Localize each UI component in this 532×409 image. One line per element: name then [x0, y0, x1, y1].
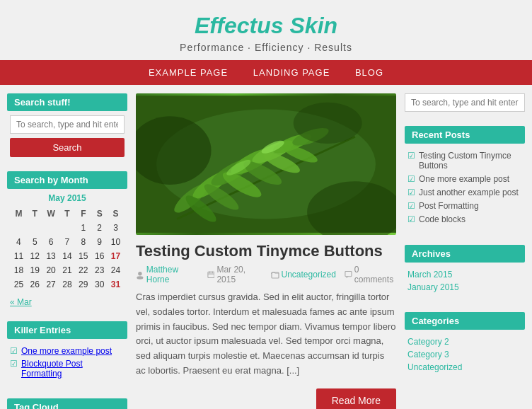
site-title: Effectus Skin — [0, 13, 532, 39]
list-item: ☑ One more example post — [10, 346, 125, 356]
nav-item-blog[interactable]: BLOG — [355, 67, 383, 78]
category-link-2[interactable]: Category 3 — [407, 350, 449, 359]
archives-body: March 2015 January 2015 — [405, 263, 525, 302]
comment-icon — [345, 270, 352, 279]
list-item: Uncategorized — [407, 362, 522, 372]
widget-search: Search stuff! Search — [7, 93, 127, 161]
right-search-input[interactable] — [405, 93, 525, 112]
svg-point-21 — [138, 271, 141, 275]
check-icon: ☑ — [407, 151, 415, 161]
search-by-month-title: Search by Month — [7, 171, 127, 189]
nav-item-example-page[interactable]: EXAMPLE PAGE — [149, 67, 228, 78]
cal-header-t2: T — [60, 207, 75, 220]
post-comments-icon: 0 comments — [345, 265, 396, 284]
widget-right-search — [405, 93, 525, 116]
archive-link-2[interactable]: January 2015 — [407, 282, 459, 292]
folder-icon — [271, 270, 279, 279]
cal-header-m: M — [11, 207, 26, 220]
cal-header-s2: S — [108, 207, 123, 220]
list-item: ☑ Post Formatting — [407, 201, 522, 211]
widget-tag-cloud: Tag Cloud — [7, 398, 127, 409]
category-link-3[interactable]: Uncategorized — [407, 362, 462, 372]
killer-entry-link-1[interactable]: One more example post — [21, 346, 112, 356]
list-item: ☑ One more example post — [407, 174, 522, 184]
widget-archives: Archives March 2015 January 2015 — [405, 245, 525, 302]
recent-post-link-1[interactable]: Testing Custom Tinymce Buttons — [419, 151, 522, 171]
search-widget-title: Search stuff! — [7, 93, 127, 111]
cal-header-t1: T — [28, 207, 42, 220]
list-item: January 2015 — [407, 282, 522, 292]
list-item: ☑ Code blocks — [407, 214, 522, 224]
nav-item-landing-page[interactable]: LANDING PAGE — [253, 67, 330, 78]
cal-prev-link[interactable]: « Mar — [10, 297, 32, 307]
svg-rect-23 — [207, 272, 214, 277]
calendar-body: May 2015 M T W T F S S — [7, 189, 127, 311]
post-title: Testing Custom Tinymce Buttons — [136, 242, 396, 260]
widget-killer-entries: Killer Entries ☑ One more example post ☑… — [7, 321, 127, 388]
recent-post-link-5[interactable]: Code blocks — [419, 214, 466, 224]
list-item: ☑ Testing Custom Tinymce Buttons — [407, 151, 522, 171]
check-icon: ☑ — [407, 174, 415, 184]
svg-point-22 — [137, 276, 143, 280]
killer-entries-body: ☑ One more example post ☑ Blockquote Pos… — [7, 339, 127, 388]
check-icon: ☑ — [407, 188, 415, 197]
sidebar-right: Recent Posts ☑ Testing Custom Tinymce Bu… — [405, 93, 525, 409]
recent-post-link-3[interactable]: Just another example post — [419, 188, 519, 197]
post-body: Cras imperdiet cursus gravida. Sed in el… — [136, 290, 396, 379]
archives-list: March 2015 January 2015 — [407, 267, 522, 298]
calendar-icon — [207, 270, 215, 279]
cal-header-w: W — [44, 207, 59, 220]
widget-search-by-month: Search by Month May 2015 M T W T F S S — [7, 171, 127, 311]
main-content: Testing Custom Tinymce Buttons Matthew H… — [136, 93, 396, 409]
main-nav: EXAMPLE PAGE LANDING PAGE BLOG — [0, 60, 532, 85]
post-date-icon: Mar 20, 2015 — [207, 265, 262, 284]
recent-post-link-4[interactable]: Post Formatting — [419, 201, 479, 211]
site-header: Effectus Skin Performance · Efficiency ·… — [0, 0, 532, 60]
recent-posts-title: Recent Posts — [405, 126, 525, 144]
categories-list: Category 2 Category 3 Uncategorized — [407, 334, 522, 378]
killer-entry-link-2[interactable]: Blockquote Post Formatting — [21, 359, 125, 379]
recent-posts-body: ☑ Testing Custom Tinymce Buttons ☑ One m… — [405, 144, 525, 235]
archive-link-1[interactable]: March 2015 — [407, 270, 452, 280]
post-meta: Matthew Horne Mar 20, 2015 Uncategorized… — [136, 265, 396, 284]
post-category-link[interactable]: Uncategorized — [282, 270, 336, 280]
calendar-caption: May 2015 — [10, 193, 125, 203]
tag-cloud-title: Tag Cloud — [7, 398, 127, 409]
category-link-1[interactable]: Category 2 — [407, 337, 449, 347]
post-image-svg — [136, 93, 396, 235]
cal-header-s1: S — [92, 207, 107, 220]
search-button[interactable]: Search — [10, 138, 125, 157]
calendar: May 2015 M T W T F S S — [10, 193, 125, 292]
post-author-link[interactable]: Matthew Horne — [146, 265, 199, 284]
check-icon: ☑ — [10, 359, 18, 369]
list-item: ☑ Just another example post — [407, 188, 522, 197]
svg-rect-28 — [345, 271, 352, 276]
killer-entries-title: Killer Entries — [7, 321, 127, 339]
post-image — [136, 93, 396, 235]
cal-header-f: F — [76, 207, 91, 220]
list-item: ☑ Blockquote Post Formatting — [10, 359, 125, 379]
search-widget-body: Search — [7, 111, 127, 161]
page-container: Search stuff! Search Search by Month May… — [0, 85, 532, 409]
read-more-button[interactable]: Read More — [316, 388, 396, 409]
check-icon: ☑ — [407, 201, 415, 211]
list-item: Category 2 — [407, 337, 522, 347]
cal-row-2: 4567 8910 — [11, 236, 123, 248]
search-input[interactable] — [10, 115, 125, 134]
post-date: Mar 20, 2015 — [216, 265, 262, 284]
check-icon: ☑ — [10, 346, 18, 356]
list-item: March 2015 — [407, 270, 522, 280]
recent-post-link-2[interactable]: One more example post — [419, 174, 509, 184]
cal-row-1: 123 — [11, 221, 123, 234]
cal-row-3: 11121314 1516 17 — [11, 250, 123, 263]
killer-entries-list: ☑ One more example post ☑ Blockquote Pos… — [10, 343, 125, 384]
sidebar-left: Search stuff! Search Search by Month May… — [7, 93, 127, 409]
cal-row-4: 18192021 222324 — [11, 264, 123, 277]
user-icon — [136, 270, 144, 280]
list-item: Category 3 — [407, 350, 522, 359]
cal-row-5: 25262728 2930 31 — [11, 278, 123, 291]
post-category-icon: Uncategorized — [271, 270, 336, 280]
site-tagline: Performance · Efficiency · Results — [0, 42, 532, 53]
post-author-icon: Matthew Horne — [136, 265, 199, 284]
check-icon: ☑ — [407, 214, 415, 224]
